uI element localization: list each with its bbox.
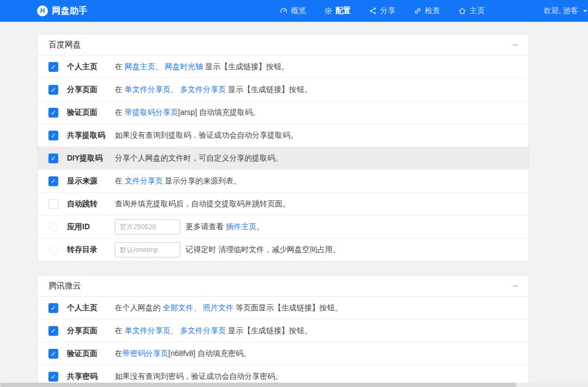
setting-description: 在 单文件分享页、 多文件分享页 显示【生成链接】按钮。: [115, 326, 312, 336]
description-text: 、: [155, 62, 165, 71]
inline-link[interactable]: 照片文件: [203, 303, 234, 312]
setting-description: 在 带提取码分享页[arsp] 自动填充提取码。: [115, 108, 260, 118]
checkbox[interactable]: [48, 349, 58, 359]
setting-input[interactable]: [115, 219, 180, 235]
inline-link[interactable]: 网盘主页: [125, 62, 155, 71]
setting-label: 共享提取码: [67, 131, 115, 140]
setting-row: 分享页面在 单文件分享页、 多文件分享页 显示【生成链接】按钮。: [38, 78, 529, 101]
caret-down-icon: [583, 8, 588, 14]
radio-circle[interactable]: [48, 222, 58, 232]
setting-row: 分享页面在 单文件分享页、 多文件分享页 显示【生成链接】按钮。: [38, 320, 529, 342]
checkbox[interactable]: [48, 372, 58, 382]
setting-row: 共享提取码如果没有查询到提取码，验证成功会自动分享提取码。: [38, 124, 529, 147]
description-text: 分享个人网盘的文件时，可自定义分享的提取码。: [115, 153, 283, 162]
user-menu-label: 欢迎, 游客: [543, 6, 578, 16]
nav-item-label: 检查: [425, 6, 440, 16]
checkbox[interactable]: [48, 199, 58, 209]
description-text: 在: [115, 176, 125, 185]
description-text: 在: [115, 85, 125, 94]
gear-icon: [324, 7, 332, 15]
inline-link[interactable]: 全部文件: [163, 303, 193, 312]
setting-row: 个人主页在个人网盘的 全部文件、 照片文件 等页面显示【生成链接】按钮。: [38, 297, 529, 320]
brand-title: 网盘助手: [52, 5, 88, 17]
checkbox[interactable]: [48, 303, 58, 313]
setting-row: 应用ID更多请查看 插件主页。: [38, 216, 529, 238]
setting-label: 个人主页: [67, 303, 115, 313]
checkbox[interactable]: [48, 131, 58, 140]
setting-description: 在个人网盘的 全部文件、 照片文件 等页面显示【生成链接】按钮。: [115, 303, 342, 313]
card-title: 百度网盘: [48, 40, 81, 50]
description-text: [arsp] 自动填充提取码。: [178, 108, 260, 116]
checkbox[interactable]: [48, 326, 58, 336]
setting-label: 验证页面: [67, 108, 115, 118]
description-text: 在: [115, 108, 125, 116]
inline-link[interactable]: 带提取码分享页: [125, 108, 178, 116]
setting-description: 如果没有查询到提取码，验证成功会自动分享提取码。: [115, 131, 298, 140]
checkbox[interactable]: [48, 108, 58, 118]
settings-card: 腾讯微云–个人主页在个人网盘的 全部文件、 照片文件 等页面显示【生成链接】按钮…: [37, 275, 529, 387]
setting-input[interactable]: [115, 242, 180, 257]
horizontal-scrollbar-thumb[interactable]: [0, 383, 516, 387]
nav-item-label: 配置: [335, 6, 351, 16]
setting-row: 显示来源在 文件分享页 显示分享的来源列表。: [38, 170, 529, 193]
inline-link[interactable]: 单文件分享页: [125, 326, 170, 335]
setting-row: 验证页面在 带提取码分享页[arsp] 自动填充提取码。: [38, 101, 529, 124]
setting-label: 应用ID: [67, 222, 115, 232]
description-text: 在个人网盘的: [115, 303, 163, 312]
inline-link[interactable]: 带密码分享页: [122, 349, 168, 358]
checkbox[interactable]: [48, 62, 58, 72]
description-text: 、: [170, 85, 180, 94]
description-text: 显示【生成链接】按钮。: [226, 85, 312, 94]
setting-row: 自动跳转查询并填充提取码后，自动提交提取码并跳转页面。: [38, 193, 529, 216]
main-content: 百度网盘–个人主页在 网盘主页、 网盘时光轴 显示【生成链接】按钮。分享页面在 …: [37, 34, 529, 387]
nav-item-label: 分享: [380, 6, 395, 16]
description-text: [n68fv8] 自动填充密码。: [168, 349, 251, 358]
card-header: 腾讯微云–: [38, 275, 529, 297]
user-menu[interactable]: 欢迎, 游客: [543, 6, 588, 16]
nav-item-home[interactable]: 主页: [458, 6, 485, 16]
setting-label: 验证页面: [67, 349, 115, 359]
description-text: 更多请查看: [186, 222, 226, 231]
checkbox[interactable]: [48, 176, 58, 186]
nav-item-share[interactable]: 分享: [369, 6, 395, 16]
inline-link[interactable]: 多文件分享页: [180, 326, 226, 335]
share-icon: [369, 7, 377, 15]
setting-label: 显示来源: [67, 176, 115, 186]
nav-item-gear[interactable]: 配置: [324, 6, 351, 16]
setting-label: 共享密码: [67, 372, 115, 382]
horizontal-scrollbar[interactable]: [0, 383, 588, 387]
card-title: 腾讯微云: [48, 281, 81, 291]
settings-card: 百度网盘–个人主页在 网盘主页、 网盘时光轴 显示【生成链接】按钮。分享页面在 …: [37, 34, 529, 262]
setting-label: DIY提取码: [67, 153, 115, 163]
description-text: 记得定时 清理临时文件，减少网盘空间占用。: [186, 245, 340, 254]
card-header: 百度网盘–: [38, 34, 529, 56]
top-navbar: H 网盘助手 概览配置分享检查主页 欢迎, 游客: [0, 0, 588, 22]
description-text: 显示分享的来源列表。: [163, 176, 241, 185]
setting-description: 查询并填充提取码后，自动提交提取码并跳转页面。: [115, 199, 290, 209]
checkbox[interactable]: [48, 85, 58, 95]
nav-item-link[interactable]: 检查: [414, 6, 440, 16]
nav-item-gauge[interactable]: 概览: [280, 6, 306, 16]
description-text: 。: [256, 222, 264, 231]
inline-link[interactable]: 网盘时光轴: [165, 62, 203, 71]
setting-row: 验证页面在带密码分享页[n68fv8] 自动填充密码。: [38, 342, 529, 365]
description-text: 在: [115, 349, 122, 358]
description-text: 、: [193, 303, 203, 312]
setting-label: 自动跳转: [67, 199, 115, 209]
setting-row: 个人主页在 网盘主页、 网盘时光轴 显示【生成链接】按钮。: [38, 56, 529, 78]
nav-item-label: 概览: [291, 6, 306, 16]
collapse-button[interactable]: –: [513, 281, 518, 290]
setting-description: 在 单文件分享页、 多文件分享页 显示【生成链接】按钮。: [115, 85, 312, 95]
setting-description: 在带密码分享页[n68fv8] 自动填充密码。: [115, 349, 251, 359]
radio-circle[interactable]: [48, 245, 58, 255]
description-text: 、: [170, 326, 180, 335]
checkbox[interactable]: [48, 153, 58, 163]
inline-link[interactable]: 插件主页: [226, 222, 256, 231]
collapse-button[interactable]: –: [513, 40, 518, 49]
inline-link[interactable]: 单文件分享页: [125, 85, 170, 94]
setting-description: 分享个人网盘的文件时，可自定义分享的提取码。: [115, 153, 283, 163]
inline-link[interactable]: 文件分享页: [125, 176, 163, 185]
brand[interactable]: H 网盘助手: [37, 5, 88, 17]
inline-link[interactable]: 多文件分享页: [180, 85, 226, 94]
description-text: 如果没有查询到密码，验证成功会自动分享密码。: [115, 372, 283, 380]
